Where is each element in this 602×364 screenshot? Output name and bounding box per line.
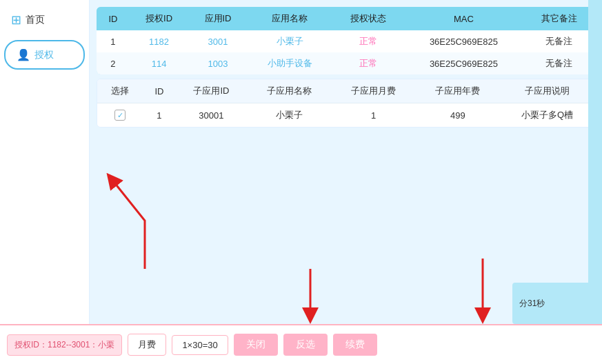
bottom-calc-display: 1×30=30 bbox=[172, 335, 228, 355]
sub-row-sub-app-id: 30001 bbox=[176, 103, 248, 128]
sidebar-auth-label: 授权 bbox=[34, 49, 54, 61]
top-table-header-id: ID bbox=[97, 7, 130, 30]
top-table: ID 授权ID 应用ID 应用名称 授权状态 MAC 其它备注 1 1182 3… bbox=[97, 7, 595, 74]
top-table-container: ID 授权ID 应用ID 应用名称 授权状态 MAC 其它备注 1 1182 3… bbox=[97, 7, 595, 74]
top-row-auth-id: 114 bbox=[130, 52, 188, 74]
sidebar: ⊞ 首页 👤 授权 bbox=[0, 0, 90, 364]
right-panel-bottom: 分31秒 bbox=[512, 283, 602, 324]
sub-table: 选择 ID 子应用ID 子应用名称 子应用月费 子应用年费 子应用说明 1 30… bbox=[97, 79, 594, 127]
top-table-header-auth-id: 授权ID bbox=[130, 7, 188, 30]
sub-table-header-select: 选择 bbox=[97, 79, 143, 103]
sidebar-home-label: 首页 bbox=[26, 14, 45, 26]
sub-row-description: 小栗子多Q槽 bbox=[500, 103, 594, 128]
top-row-note: 无备注 bbox=[523, 52, 595, 74]
sidebar-item-home[interactable]: ⊞ 首页 bbox=[0, 7, 89, 33]
bottom-bar: 授权ID：1182--3001：小栗 月费 1×30=30 关闭 反选 续费 bbox=[0, 324, 602, 364]
top-row-status: 正常 bbox=[332, 52, 404, 74]
top-row-app-name: 小助手设备 bbox=[248, 52, 332, 74]
top-table-header-app-name: 应用名称 bbox=[248, 7, 332, 30]
close-button[interactable]: 关闭 bbox=[234, 334, 278, 356]
sub-table-header-description: 子应用说明 bbox=[500, 79, 594, 103]
top-row-mac: 36E25C969E825 bbox=[404, 30, 523, 52]
renew-button[interactable]: 续费 bbox=[333, 334, 377, 356]
main-area: ID 授权ID 应用ID 应用名称 授权状态 MAC 其它备注 1 1182 3… bbox=[90, 0, 602, 364]
top-table-row[interactable]: 2 114 1003 小助手设备 正常 36E25C969E825 无备注 bbox=[97, 52, 595, 74]
sub-row-monthly-fee: 1 bbox=[332, 103, 416, 128]
sub-row-id: 1 bbox=[143, 103, 175, 128]
home-icon: ⊞ bbox=[11, 12, 21, 28]
sub-table-header-monthly-fee: 子应用月费 bbox=[332, 79, 416, 103]
top-table-header-note: 其它备注 bbox=[523, 7, 595, 30]
sub-table-header-sub-app-id: 子应用ID bbox=[176, 79, 248, 103]
top-row-app-name: 小栗子 bbox=[248, 30, 332, 52]
row-checkbox[interactable] bbox=[114, 110, 126, 121]
sidebar-item-auth[interactable]: 👤 授权 bbox=[4, 40, 84, 70]
top-table-header-mac: MAC bbox=[404, 7, 523, 30]
time-text: 分31秒 bbox=[519, 298, 545, 310]
top-table-row[interactable]: 1 1182 3001 小栗子 正常 36E25C969E825 无备注 bbox=[97, 30, 595, 52]
reverse-select-button[interactable]: 反选 bbox=[283, 334, 328, 356]
bottom-info-tag: 授权ID：1182--3001：小栗 bbox=[7, 334, 122, 356]
top-row-id: 1 bbox=[97, 30, 130, 52]
top-row-mac: 36E25C969E825 bbox=[404, 52, 523, 74]
bottom-fee-type-label: 月费 bbox=[128, 334, 166, 356]
top-row-status: 正常 bbox=[332, 30, 404, 52]
top-row-id: 2 bbox=[97, 52, 130, 74]
sub-table-wrapper: 选择 ID 子应用ID 子应用名称 子应用月费 子应用年费 子应用说明 1 30… bbox=[97, 79, 595, 128]
sub-table-header-sub-app-name: 子应用名称 bbox=[247, 79, 331, 103]
top-row-note: 无备注 bbox=[523, 30, 595, 52]
top-table-header-app-id: 应用ID bbox=[188, 7, 247, 30]
auth-icon: 👤 bbox=[17, 48, 30, 61]
sub-row-sub-app-name: 小栗子 bbox=[247, 103, 331, 128]
top-row-auth-id: 1182 bbox=[130, 30, 188, 52]
top-row-app-id: 3001 bbox=[188, 30, 247, 52]
sub-table-header-annual-fee: 子应用年费 bbox=[416, 79, 500, 103]
top-table-header-auth-status: 授权状态 bbox=[332, 7, 404, 30]
sub-row-select[interactable] bbox=[97, 103, 143, 128]
top-row-app-id: 1003 bbox=[188, 52, 247, 74]
sub-table-header-id: ID bbox=[143, 79, 175, 103]
sub-row-annual-fee: 499 bbox=[416, 103, 500, 128]
sub-table-row[interactable]: 1 30001 小栗子 1 499 小栗子多Q槽 bbox=[97, 103, 594, 128]
